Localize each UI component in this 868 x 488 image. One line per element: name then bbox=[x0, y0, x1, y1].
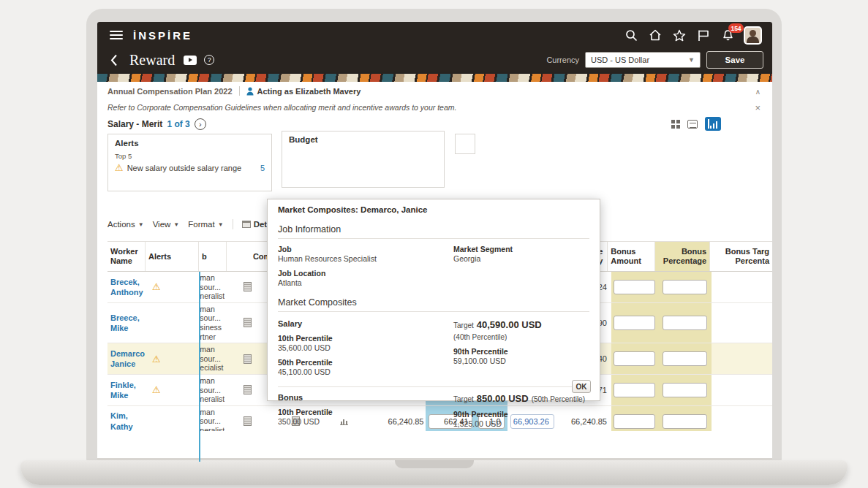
bonus-amount-cell bbox=[611, 343, 658, 374]
acting-as-label: Acting as Elizabeth Mavery bbox=[257, 87, 361, 96]
brand-logo: İNSPİRE bbox=[133, 29, 192, 42]
salary-label: Salary bbox=[278, 319, 453, 328]
next-plan-icon[interactable]: › bbox=[195, 118, 206, 130]
bonus-percentage-cell bbox=[658, 406, 712, 431]
bonus-amount-input[interactable] bbox=[614, 351, 655, 366]
hamburger-icon[interactable] bbox=[110, 31, 123, 39]
global-header: İNSPİRE 154 bbox=[97, 22, 772, 48]
view-toggles bbox=[671, 117, 721, 131]
laptop-base bbox=[20, 460, 848, 485]
search-icon[interactable] bbox=[623, 27, 639, 43]
alerts-cell: ⚠ bbox=[145, 375, 197, 405]
alerts-cell: ⚠ bbox=[145, 272, 197, 302]
col-bonus-amount[interactable]: Bonus Amount bbox=[608, 242, 655, 271]
bonus-percentage-cell bbox=[658, 272, 712, 302]
comp-history-icon[interactable] bbox=[244, 354, 252, 364]
grid-view-icon[interactable] bbox=[671, 120, 680, 129]
list-view-icon[interactable] bbox=[687, 120, 698, 129]
column-drag-indicator[interactable] bbox=[199, 272, 200, 462]
close-icon[interactable]: × bbox=[755, 104, 761, 112]
p90-label: 90th Percentile bbox=[453, 410, 589, 419]
currency-select[interactable]: USD - US Dollar ▼ bbox=[585, 52, 701, 68]
avatar[interactable] bbox=[744, 26, 762, 45]
bonus-percentage-input[interactable] bbox=[663, 414, 707, 429]
save-button[interactable]: Save bbox=[706, 51, 763, 69]
p10-value: 350.00 USD bbox=[278, 417, 453, 426]
bonus-amount-input[interactable] bbox=[614, 414, 655, 429]
worker-name-link[interactable]: Breece,Mike bbox=[110, 313, 140, 334]
col-worker-name[interactable]: Worker Name bbox=[107, 242, 146, 271]
p90-value: 1,525.00 USD bbox=[453, 419, 589, 428]
bonus-percentage-input[interactable] bbox=[663, 316, 707, 330]
worker-name-cell: Kim, Kathy bbox=[107, 406, 145, 431]
collapse-icon[interactable]: ∧ bbox=[755, 88, 761, 96]
content-area: Annual Compensation Plan 2022 Acting as … bbox=[97, 82, 772, 462]
worker-name-cell: Demarco,Janice bbox=[107, 343, 145, 374]
p10-label: 10th Percentile bbox=[278, 334, 453, 343]
plan-bar: Annual Compensation Plan 2022 Acting as … bbox=[107, 86, 361, 96]
ok-button[interactable]: OK bbox=[572, 380, 591, 393]
worker-name-cell: Brecek,Anthony bbox=[107, 272, 145, 302]
worker-name-link[interactable]: Brecek,Anthony bbox=[110, 277, 143, 298]
col-bonus-target-percentage[interactable]: Bonus Targ Percenta bbox=[710, 242, 772, 271]
comp-history-icon[interactable] bbox=[244, 385, 252, 394]
back-chevron-icon[interactable] bbox=[110, 54, 118, 66]
job-cell: mansour...neralist bbox=[197, 272, 224, 302]
bonus-amount-cell bbox=[611, 375, 658, 405]
worker-name-link[interactable]: Demarco,Janice bbox=[110, 348, 145, 370]
warning-icon: ⚠ bbox=[152, 354, 161, 364]
bonus-percentage-input[interactable] bbox=[663, 383, 707, 397]
plan-name[interactable]: Annual Compensation Plan 2022 bbox=[107, 87, 233, 96]
col-job[interactable]: b bbox=[199, 242, 227, 271]
alert-count-link[interactable]: 5 bbox=[260, 164, 265, 172]
job-text: mansour...neralist bbox=[200, 273, 224, 301]
laptop-frame: İNSPİRE 154 bbox=[86, 9, 782, 463]
bonus-amount-input[interactable] bbox=[614, 316, 655, 330]
detach-icon bbox=[242, 221, 251, 228]
col-bonus-percentage[interactable]: Bonus Percentage bbox=[655, 242, 710, 271]
bonus-target-cell bbox=[712, 272, 772, 302]
alerts-subtitle: Top 5 bbox=[115, 152, 265, 160]
star-icon[interactable] bbox=[671, 27, 687, 43]
divider bbox=[239, 86, 240, 96]
chart-view-icon[interactable] bbox=[705, 117, 721, 131]
field-value: Human Resources Specialist bbox=[278, 254, 453, 263]
bonus-amount-input[interactable] bbox=[614, 383, 655, 397]
alerts-title: Alerts bbox=[115, 139, 265, 148]
alert-item: ⚠ New salary outside salary range 5 bbox=[115, 163, 265, 172]
flag-icon[interactable] bbox=[695, 27, 712, 43]
col-alerts[interactable]: Alerts bbox=[146, 242, 199, 271]
comp-history-icon[interactable] bbox=[244, 318, 252, 327]
worker-name-link[interactable]: Finkle, Mike bbox=[110, 380, 142, 401]
worker-name-link[interactable]: Kim, Kathy bbox=[110, 411, 142, 431]
home-icon[interactable] bbox=[647, 27, 663, 43]
panel-box bbox=[455, 134, 475, 154]
job-text: mansour...neralist bbox=[200, 376, 224, 404]
video-icon[interactable] bbox=[184, 56, 197, 65]
format-menu[interactable]: Format▼ bbox=[188, 220, 223, 229]
worker-name-cell: Finkle, Mike bbox=[107, 375, 145, 405]
chevron-down-icon: ▼ bbox=[173, 221, 179, 228]
alerts-cell bbox=[145, 406, 197, 431]
view-menu[interactable]: View▼ bbox=[153, 220, 180, 229]
comp-history-cell bbox=[224, 272, 271, 302]
bonus-target: Target 850.00 USD (50th Percentile) bbox=[453, 393, 589, 404]
job-cell: mansour...ecialist bbox=[197, 343, 224, 374]
bell-icon[interactable]: 154 bbox=[720, 27, 736, 43]
bonus-percentage-cell bbox=[658, 343, 712, 374]
job-cell: mansour...sinessrtner bbox=[197, 303, 224, 343]
bonus-amount-input[interactable] bbox=[614, 280, 655, 294]
alerts-cell bbox=[145, 303, 197, 343]
job-information-heading: Job Information bbox=[278, 224, 589, 239]
comp-history-icon[interactable] bbox=[244, 416, 252, 426]
warning-icon: ⚠ bbox=[152, 282, 161, 291]
bonus-target-amount: 850.00 USD bbox=[477, 393, 529, 404]
actions-menu[interactable]: Actions▼ bbox=[107, 220, 144, 229]
job-text: mansour...neralist bbox=[200, 408, 224, 431]
comp-history-icon[interactable] bbox=[244, 282, 252, 291]
notification-badge: 154 bbox=[728, 23, 744, 33]
bonus-percentage-input[interactable] bbox=[663, 351, 707, 366]
help-icon[interactable]: ? bbox=[204, 55, 214, 65]
warning-icon: ⚠ bbox=[115, 163, 124, 172]
bonus-percentage-input[interactable] bbox=[663, 280, 707, 294]
